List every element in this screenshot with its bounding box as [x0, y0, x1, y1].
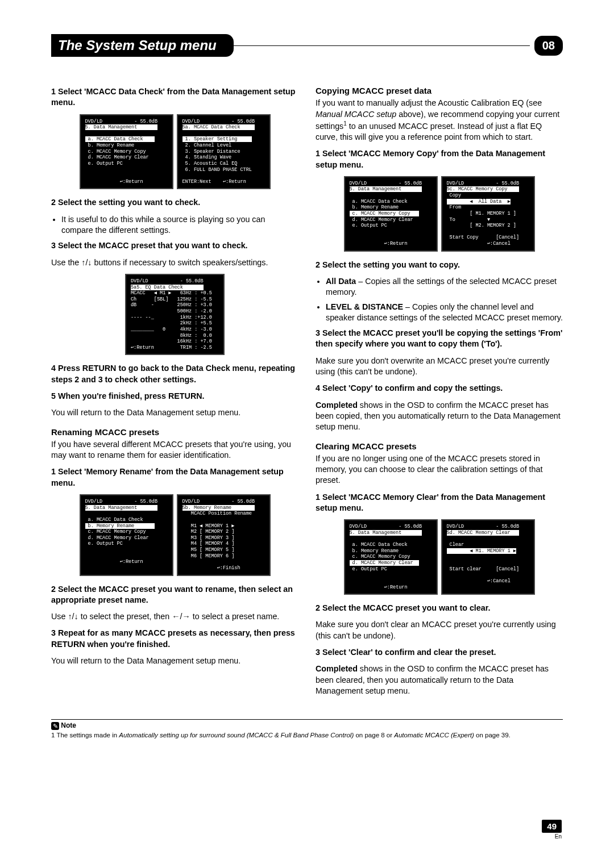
- t: If you want to manually adjust the Acous…: [316, 98, 542, 107]
- osd-line: From: [447, 205, 462, 210]
- osd-line: M2 [ MEMORY 2 ]: [182, 529, 235, 535]
- osd-foot: ↩:Cancel: [447, 241, 511, 247]
- osd-data-mgmt-c: DVD/LD - 55.0dB 5. Data Management a. MC…: [344, 176, 438, 252]
- osd-eq-row: DVD/LD - 55.0dB 5a5. EQ Data Check MCACC…: [51, 274, 298, 356]
- osd-title: 5. Data Management: [350, 530, 422, 536]
- osd-item: c. MCACC Memory Copy: [85, 529, 146, 535]
- osd-item: a. MCACC Data Check: [85, 136, 155, 142]
- osd-line: M4 [ MEMORY 4 ]: [182, 541, 235, 546]
- t: Completed: [316, 664, 358, 673]
- l-step1: 1 Select 'MCACC Data Check' from the Dat…: [51, 86, 298, 108]
- osd-line: M5 [ MEMORY 5 ]: [182, 547, 235, 553]
- osd-hdr: DVD/LD - 55.0dB: [182, 119, 255, 124]
- osd-line: [ M2. MEMORY 2 ]: [447, 223, 516, 228]
- c-step3-body: Make sure you don't overwrite an MCACC p…: [316, 356, 563, 378]
- osd-hdr: DVD/LD - 55.0dB: [350, 181, 422, 186]
- osd-hdr: DVD/LD - 55.0dB: [182, 499, 255, 504]
- osd-title: 5. Data Management: [350, 186, 422, 192]
- t: Use: [51, 612, 68, 621]
- r-step3-body: You will return to the Data Management s…: [51, 656, 298, 666]
- osd-rename: DVD/LD - 55.0dB 5b. Memory Rename MCACC …: [177, 494, 271, 576]
- c-step2-list: All Data – Copies all the settings of th…: [326, 276, 563, 323]
- osd-line: 2kHz : +5.5: [131, 320, 212, 326]
- osd-line: dB - 250Hz : +3.0: [131, 302, 212, 308]
- cl-step3-body: Completed shows in the OSD to confirm th…: [316, 663, 563, 696]
- arrow-leftright-icon: ←/→: [172, 612, 190, 621]
- osd-clear-row: DVD/LD - 55.0dB 5. Data Management a. MC…: [316, 519, 563, 595]
- t: to an unused MCACC preset. Instead of ju…: [316, 122, 542, 141]
- osd-foot: ↩:Return: [85, 179, 143, 185]
- t: Manual MCACC setup: [316, 110, 396, 119]
- cl-step1: 1 Select 'MCACC Memory Clear' from the D…: [316, 492, 563, 514]
- rename-intro: If you have several different MCACC pres…: [51, 439, 298, 461]
- osd-item: c. MCACC Memory Copy: [85, 149, 146, 155]
- osd-item: d. MCACC Memory Clear: [350, 217, 413, 223]
- rename-heading: Renaming MCACC presets: [51, 427, 298, 438]
- left-column: 1 Select 'MCACC Data Check' from the Dat…: [51, 85, 298, 702]
- osd-item: e. Output PC: [85, 541, 123, 546]
- osd-item: c. MCACC Memory Copy: [350, 554, 410, 560]
- header: The System Setup menu 08: [51, 34, 563, 57]
- t: Automatically setting up for surround so…: [119, 732, 354, 738]
- osd-hdr: DVD/LD - 55.0dB: [350, 524, 422, 529]
- osd-hdr: DVD/LD - 55.0dB: [85, 499, 158, 504]
- osd-line: Copy: [447, 193, 462, 198]
- osd-line: ◀ All Data ▶: [447, 199, 511, 205]
- osd-eq-data: DVD/LD - 55.0dB 5a5. EQ Data Check MCACC…: [125, 274, 225, 356]
- osd-item: 4. Standing Wave: [182, 155, 232, 160]
- l-step3-body: Use the ↑/↓ buttons if necessary to swit…: [51, 257, 298, 268]
- osd-item: 3. Speaker Distance: [182, 149, 240, 155]
- c-bul1: All Data – Copies all the settings of th…: [326, 276, 563, 298]
- page: The System Setup menu 08 1 Select 'MCACC…: [0, 0, 614, 868]
- osd-foot: ↩:Return: [85, 559, 143, 565]
- note-label: ✎ Note: [51, 721, 563, 730]
- osd-title: 5d. MCACC Memory Clear: [447, 530, 520, 536]
- clear-heading: Clearing MCACC presets: [316, 441, 563, 452]
- t: buttons if necessary to switch speakers/…: [92, 258, 268, 267]
- l-step2-list: It is useful to do this while a source i…: [61, 214, 298, 236]
- l-step3: 3 Select the MCACC preset that you want …: [51, 240, 298, 251]
- page-num: 49: [542, 820, 562, 833]
- c-step4-body: Completed shows in the OSD to confirm th…: [316, 400, 563, 433]
- t: Completed: [316, 400, 358, 410]
- r-step2: 2 Select the MCACC preset you want to re…: [51, 584, 298, 606]
- l-step2-bullet: It is useful to do this while a source i…: [61, 214, 298, 236]
- t: on page 39.: [474, 732, 511, 738]
- osd-item: e. Output PC: [85, 161, 123, 166]
- osd-item: 1. Speaker Setting: [182, 136, 252, 142]
- osd-foot: ↩:Finish: [182, 565, 240, 571]
- osd-line: ________ 0 4kHz : -3.0: [131, 327, 212, 332]
- osd-data-mgmt-b: DVD/LD - 55.0dB 5. Data Management a. MC…: [80, 494, 173, 576]
- chapter-badge: 08: [534, 36, 563, 56]
- osd-line: [ M1. MEMORY 1 ]: [447, 211, 516, 216]
- osd-hdr: DVD/LD - 55.0dB: [447, 181, 520, 186]
- t: Automatic MCACC (Expert): [394, 732, 474, 738]
- osd-item: b. Memory Rename: [350, 548, 399, 554]
- osd-hdr: DVD/LD - 55.0dB: [447, 524, 520, 529]
- osd-data-mgmt-a: DVD/LD - 55.0dB 5. Data Management a. MC…: [80, 114, 173, 190]
- osd-line: ◀ M1. MEMORY 1 ▶: [447, 548, 516, 554]
- osd-title: 5a5. EQ Data Check: [131, 285, 204, 290]
- t: Use the: [51, 258, 81, 267]
- t: on page 8 or: [354, 732, 394, 738]
- osd-item: d. MCACC Memory Clear: [85, 155, 149, 160]
- osd-line: M6 [ MEMORY 6 ]: [182, 553, 235, 559]
- osd-item: d. MCACC Memory Clear: [85, 535, 149, 541]
- osd-item: c. MCACC Memory Copy: [350, 211, 419, 216]
- osd-item: b. Memory Rename: [85, 523, 155, 529]
- osd-title: 5c. MCACC Memory Copy: [447, 186, 520, 192]
- osd-hdr: DVD/LD - 55.0dB: [85, 119, 158, 124]
- c-step1: 1 Select 'MCACC Memory Copy' from the Da…: [316, 148, 563, 170]
- osd-title: 5. Data Management: [85, 505, 158, 511]
- osd-title: 5. Data Management: [85, 124, 158, 130]
- osd-item: 2. Channel Level: [182, 143, 232, 148]
- osd-data-check-row: DVD/LD - 55.0dB 5. Data Management a. MC…: [51, 114, 298, 190]
- copy-intro: If you want to manually adjust the Acous…: [316, 98, 563, 143]
- cl-step3: 3 Select 'Clear' to confirm and clear th…: [316, 647, 563, 658]
- l-step5: 5 When you're finished, press RETURN.: [51, 391, 298, 402]
- osd-line: Ch [SBL] 125Hz : -5.5: [131, 297, 212, 302]
- osd-item: d. MCACC Memory Clear: [350, 560, 419, 566]
- arrow-updown-icon: ↑/↓: [81, 258, 92, 267]
- osd-title: 5b. Memory Rename: [182, 505, 255, 511]
- arrow-updown-icon: ↑/↓: [68, 612, 78, 621]
